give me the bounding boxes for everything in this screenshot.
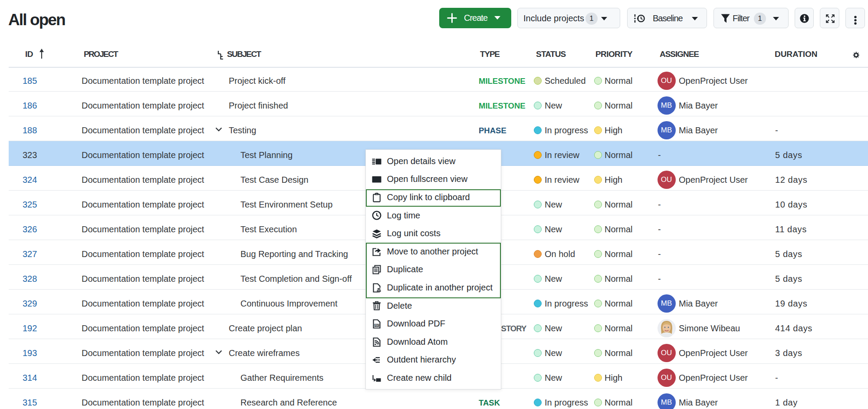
- svg-text:PDF: PDF: [375, 324, 379, 327]
